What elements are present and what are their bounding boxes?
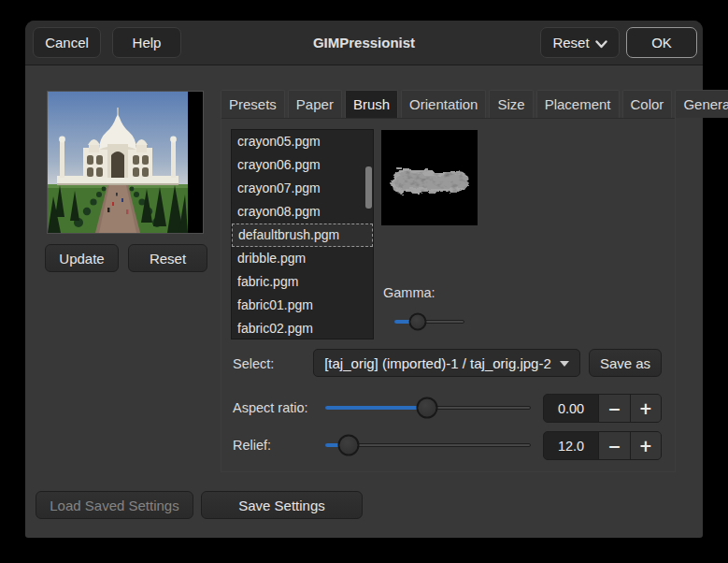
- aspect-ratio-slider-fill: [325, 406, 427, 410]
- save-as-button-label: Save as: [600, 355, 650, 371]
- list-item[interactable]: crayon05.pgm: [232, 130, 373, 153]
- load-saved-settings-button[interactable]: Load Saved Settings: [36, 491, 193, 519]
- list-item-selected[interactable]: defaultbrush.pgm: [232, 224, 373, 247]
- update-button-label: Update: [59, 251, 104, 267]
- list-item[interactable]: crayon07.pgm: [232, 177, 373, 200]
- save-settings-label: Save Settings: [238, 498, 325, 513]
- ok-button[interactable]: OK: [626, 27, 697, 58]
- select-label: Select:: [233, 356, 274, 371]
- tab-placement[interactable]: Placement: [536, 90, 620, 118]
- list-item[interactable]: fabric.pgm: [232, 270, 373, 294]
- brush-source-dropdown[interactable]: [taj_orig] (imported)-1 / taj_orig.jpg-2: [313, 349, 580, 377]
- reset-menu-label: Reset: [552, 35, 589, 51]
- plus-icon: +: [639, 437, 652, 455]
- tab-size[interactable]: Size: [489, 90, 533, 118]
- brush-list: crayon05.pgm crayon06.pgm crayon07.pgm c…: [231, 129, 374, 339]
- reset-menu-button[interactable]: Reset: [540, 27, 620, 58]
- list-item[interactable]: crayon08.pgm: [232, 200, 373, 224]
- update-preview-button[interactable]: Update: [45, 244, 119, 272]
- brush-source-value: [taj_orig] (imported)-1 / taj_orig.jpg-2: [324, 355, 551, 371]
- relief-value[interactable]: 12.0: [544, 432, 598, 459]
- chevron-down-icon: [595, 36, 607, 51]
- tab-brush[interactable]: Brush: [345, 90, 398, 118]
- list-item[interactable]: fabric02.pgm: [232, 317, 373, 339]
- tab-color[interactable]: Color: [622, 90, 673, 118]
- brush-stroke-preview: [381, 130, 478, 225]
- list-item[interactable]: dribble.pgm: [232, 247, 373, 270]
- aspect-ratio-value[interactable]: 0.00: [544, 395, 598, 422]
- tab-orientation[interactable]: Orientation: [401, 90, 486, 118]
- dropdown-arrow-icon: [560, 361, 569, 367]
- cancel-button-label: Cancel: [45, 35, 89, 51]
- ok-button-label: OK: [651, 35, 672, 51]
- image-preview: [47, 91, 204, 234]
- relief-spinbox: 12.0 − +: [543, 431, 662, 460]
- brush-list-scrollbar[interactable]: [365, 166, 372, 209]
- tab-general[interactable]: General: [675, 90, 728, 118]
- aspect-ratio-slider-handle[interactable]: [416, 397, 437, 419]
- list-item[interactable]: crayon06.pgm: [232, 153, 373, 177]
- titlebar: GIMPressionist Cancel Help Reset OK: [25, 21, 703, 65]
- relief-decrement-button[interactable]: −: [598, 432, 629, 459]
- cancel-button[interactable]: Cancel: [33, 27, 101, 58]
- gamma-label: Gamma:: [383, 285, 435, 300]
- relief-label: Relief:: [233, 438, 271, 453]
- relief-slider[interactable]: [325, 434, 531, 456]
- gamma-slider-handle[interactable]: [408, 313, 426, 331]
- save-settings-button[interactable]: Save Settings: [201, 491, 363, 519]
- help-button-label: Help: [133, 35, 162, 51]
- taj-mahal-preview-image: [48, 92, 188, 233]
- relief-increment-button[interactable]: +: [630, 432, 661, 459]
- gamma-slider[interactable]: [394, 310, 464, 333]
- tab-presets[interactable]: Presets: [221, 90, 285, 118]
- save-as-button[interactable]: Save as: [589, 349, 662, 377]
- aspect-ratio-increment-button[interactable]: +: [630, 395, 661, 422]
- plus-icon: +: [639, 399, 652, 418]
- aspect-ratio-spinbox: 0.00 − +: [543, 394, 662, 423]
- minus-icon: −: [607, 399, 621, 418]
- reset-preview-button[interactable]: Reset: [128, 244, 207, 272]
- tab-paper[interactable]: Paper: [288, 90, 342, 118]
- aspect-ratio-decrement-button[interactable]: −: [598, 395, 629, 422]
- tab-bar: Presets Paper Brush Orientation Size Pla…: [221, 90, 676, 119]
- load-saved-settings-label: Load Saved Settings: [50, 498, 178, 513]
- gimpressionist-dialog: GIMPressionist Cancel Help Reset OK: [25, 21, 703, 538]
- help-button[interactable]: Help: [112, 27, 181, 58]
- minus-icon: −: [607, 437, 621, 455]
- screen: GIMPressionist Cancel Help Reset OK: [0, 0, 728, 563]
- list-item[interactable]: fabric01.pgm: [232, 294, 373, 317]
- relief-slider-handle[interactable]: [338, 435, 360, 456]
- aspect-ratio-slider[interactable]: [325, 397, 531, 419]
- reset-preview-button-label: Reset: [150, 251, 186, 267]
- aspect-ratio-label: Aspect ratio:: [233, 400, 308, 415]
